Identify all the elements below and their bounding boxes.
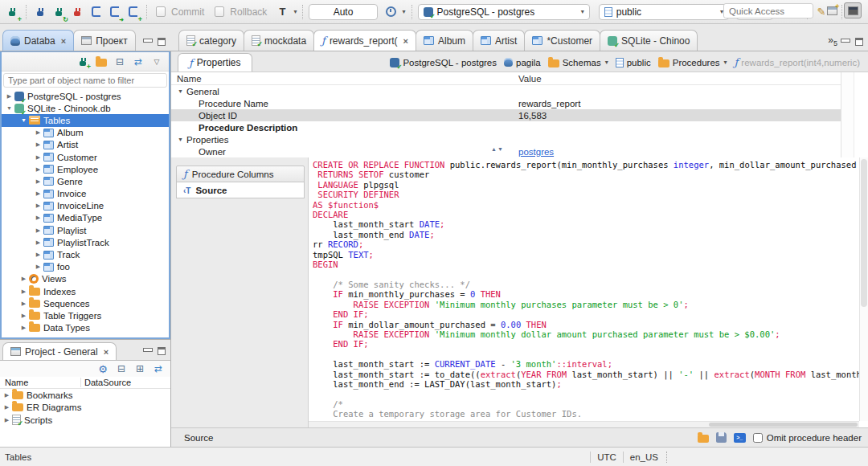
expand-arrow-icon[interactable]: ▶: [2, 392, 11, 399]
property-row-procedure-name[interactable]: Procedure Name rewards_report: [171, 97, 868, 109]
new-connection-button[interactable]: [4, 3, 20, 21]
connect-button[interactable]: [32, 3, 48, 21]
timezone-indicator[interactable]: UTC: [597, 452, 616, 462]
link-with-editor-button[interactable]: [152, 362, 165, 375]
maximize-editor-icon[interactable]: [855, 38, 863, 46]
minimize-editor-icon[interactable]: [841, 39, 849, 46]
open-in-sql-console-icon[interactable]: [734, 433, 746, 443]
schema-combo[interactable]: public ▾: [599, 4, 729, 20]
maximize-view-icon[interactable]: [158, 38, 166, 46]
tree-item-postgresql-postgres[interactable]: ▶ PostgreSQL - postgres: [2, 90, 169, 102]
tab-overflow-indicator[interactable]: »5: [823, 35, 841, 51]
bottom-tab-source[interactable]: Source: [171, 433, 226, 443]
chevron-down-icon[interactable]: ▾: [403, 8, 406, 15]
property-row-object-id[interactable]: Object ID 16,583: [171, 109, 868, 121]
tree-item-invoice[interactable]: ▶ Invoice: [2, 188, 169, 200]
chevron-down-icon[interactable]: ▾: [605, 59, 608, 66]
expand-arrow-icon[interactable]: ▶: [19, 300, 28, 307]
scroll-thumb[interactable]: [861, 159, 867, 307]
breadcrumb-schemas[interactable]: Schemas ▾: [548, 58, 608, 67]
tree-item-invoiceline[interactable]: ▶ InvoiceLine: [2, 200, 169, 212]
chevron-down-icon[interactable]: ▾: [724, 59, 727, 66]
tree-item-sqlite-chinook-db[interactable]: ▼ SQLite - Chinook.db: [2, 102, 169, 114]
expand-all-button[interactable]: [133, 362, 146, 375]
source-viewer[interactable]: CREATE OR REPLACE FUNCTION public.reward…: [308, 157, 868, 427]
transaction-log-button[interactable]: [383, 3, 399, 21]
expand-arrow-icon[interactable]: ▶: [34, 178, 43, 185]
collapse-expand-handle[interactable]: ▲▼: [491, 146, 504, 152]
expand-arrow-icon[interactable]: ▶: [19, 276, 28, 282]
gear-icon[interactable]: [96, 362, 109, 375]
quick-access-input[interactable]: [723, 3, 813, 18]
expand-arrow-icon[interactable]: ▶: [34, 202, 43, 209]
new-folder-button[interactable]: [95, 55, 108, 68]
property-row-general[interactable]: ▼ General: [171, 85, 868, 97]
property-row-procedure-description[interactable]: Procedure Description: [171, 121, 868, 133]
tree-item-playlisttrack[interactable]: ▶ PlaylistTrack: [2, 236, 169, 248]
property-row-owner[interactable]: Owner postgres: [171, 145, 868, 157]
new-sql-editor-button[interactable]: [125, 3, 141, 21]
expand-arrow-icon[interactable]: ▶: [2, 404, 11, 411]
group-arrow-icon[interactable]: ▼: [178, 88, 186, 94]
object-filter-input[interactable]: [3, 73, 167, 88]
reconnect-button[interactable]: [51, 3, 67, 21]
breadcrumb-procedures[interactable]: Procedures ▾: [658, 58, 727, 67]
tree-item-artist[interactable]: ▶ Artist: [2, 139, 169, 151]
rollback-button[interactable]: Rollback: [230, 6, 267, 18]
tree-item-genre[interactable]: ▶ Genre: [2, 175, 169, 187]
expand-arrow-icon[interactable]: ▶: [34, 154, 43, 161]
editor-tab-rewards-report[interactable]: rewards_report( ×: [313, 30, 416, 51]
collapse-all-button[interactable]: [115, 362, 128, 375]
tab-project-general[interactable]: Project - General ×: [2, 342, 117, 360]
close-icon[interactable]: ×: [61, 36, 66, 46]
breadcrumb-public[interactable]: public: [616, 58, 651, 67]
tree-item-sequences[interactable]: ▶ Sequences: [2, 297, 169, 309]
sql-editor-button[interactable]: [88, 3, 104, 21]
project-item-scripts[interactable]: ▶ Scripts: [0, 414, 170, 427]
tree-item-views[interactable]: ▶ Views: [2, 273, 169, 285]
expand-arrow-icon[interactable]: ▶: [34, 215, 43, 221]
open-perspective-button[interactable]: [823, 2, 841, 18]
project-item-er-diagrams[interactable]: ▶ ER Diagrams: [0, 402, 170, 415]
tab-проект[interactable]: Проект: [73, 30, 136, 51]
editor-tab-mockdata[interactable]: mockdata: [244, 30, 314, 51]
tree-item-employee[interactable]: ▶ Employee: [2, 163, 169, 175]
expand-arrow-icon[interactable]: ▶: [34, 141, 43, 148]
minimize-view-icon[interactable]: [143, 348, 151, 355]
scroll-thumb[interactable]: [709, 423, 858, 427]
tree-item-tables[interactable]: ▼ Tables: [2, 114, 169, 126]
expand-arrow-icon[interactable]: ▶: [34, 264, 43, 270]
tree-item-table-triggers[interactable]: ▶ Table Triggers: [2, 309, 169, 321]
maximize-view-icon[interactable]: [158, 347, 166, 355]
project-item-bookmarks[interactable]: ▶ Bookmarks: [0, 389, 170, 402]
expand-arrow-icon[interactable]: ▶: [34, 129, 43, 136]
editor-tab-sqlite-chinoo[interactable]: SQLite - Chinoo: [600, 30, 698, 51]
disconnect-button[interactable]: [69, 3, 85, 21]
tree-item-indexes[interactable]: ▶ Indexes: [2, 285, 169, 297]
expand-arrow-icon[interactable]: ▶: [34, 239, 43, 246]
editor-tab-customer[interactable]: *Customer: [524, 30, 600, 51]
tree-item-mediatype[interactable]: ▶ MediaType: [2, 212, 169, 224]
expand-arrow-icon[interactable]: ▶: [19, 325, 28, 331]
commit-mode-combo[interactable]: Auto: [309, 4, 377, 20]
transaction-mode-button[interactable]: [274, 3, 290, 21]
link-with-editor-button[interactable]: [132, 55, 145, 68]
connection-combo[interactable]: PostgreSQL - postgres ▾: [418, 4, 590, 20]
chevron-down-icon[interactable]: ▾: [293, 8, 297, 15]
breadcrumb-postgresql-postgres[interactable]: PostgreSQL - postgres: [390, 58, 497, 67]
collapse-all-button[interactable]: [113, 55, 126, 68]
tree-item-album[interactable]: ▶ Album: [2, 127, 169, 139]
close-icon[interactable]: ×: [403, 36, 408, 46]
tab-databa[interactable]: Databa ×: [2, 30, 74, 51]
editor-tab-artist[interactable]: Artist: [473, 30, 525, 51]
grid-scrollbar[interactable]: [841, 72, 868, 157]
commit-button[interactable]: Commit: [171, 6, 204, 18]
load-from-file-icon[interactable]: [698, 435, 709, 443]
expand-arrow-icon[interactable]: ▶: [34, 166, 43, 173]
property-value-link[interactable]: postgres: [518, 147, 554, 157]
tree-item-customer[interactable]: ▶ Customer: [2, 151, 169, 163]
column-datasource[interactable]: DataSource: [80, 378, 170, 387]
expand-arrow-icon[interactable]: ▶: [34, 190, 43, 197]
column-name[interactable]: Name: [0, 378, 80, 387]
expand-arrow-icon[interactable]: ▼: [5, 105, 14, 111]
